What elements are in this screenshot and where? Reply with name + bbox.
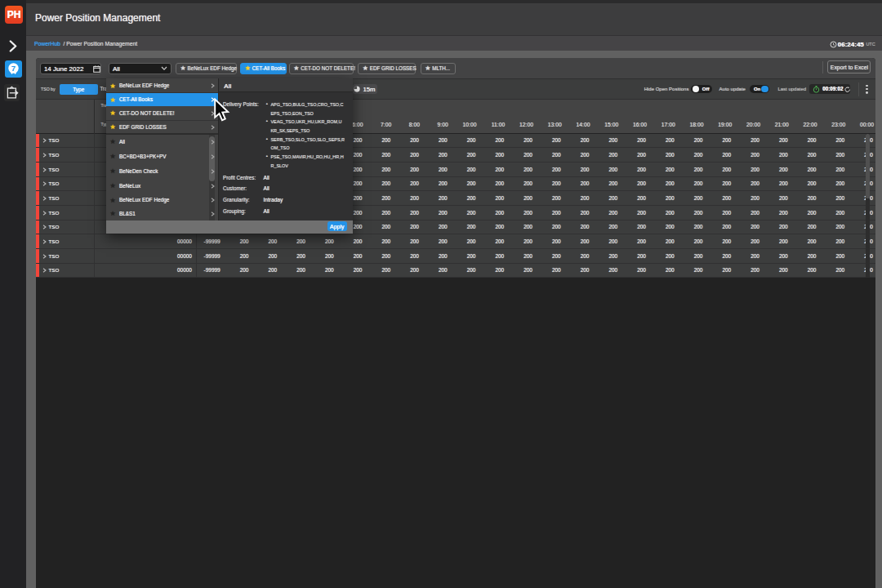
svg-text:7: 7 — [11, 64, 16, 73]
